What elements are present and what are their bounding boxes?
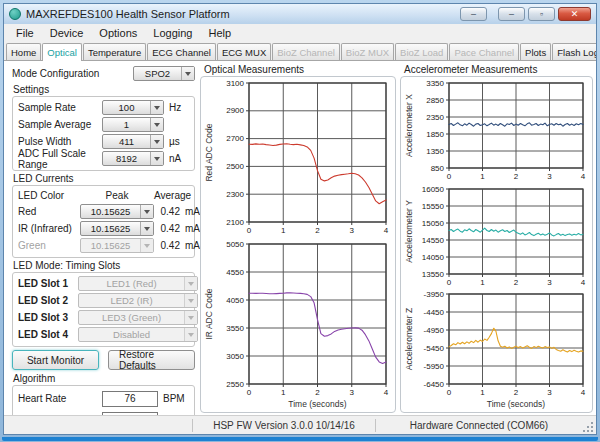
led-currents-group-title: LED Currents [13,173,195,184]
led-slot-2-label: LED Slot 2 [18,295,78,306]
tab-optical[interactable]: Optical [42,43,82,61]
tab-plots[interactable]: Plots [520,43,551,60]
svg-text:2500: 2500 [226,162,244,171]
tab-bioz-mux: BioZ MUX [341,43,394,60]
svg-text:-6450: -6450 [424,380,445,389]
settings-panel: Mode Configuration SPO2 Settings Sample … [7,63,197,413]
svg-text:3: 3 [547,172,552,181]
minimize-button[interactable]: – [498,7,525,21]
led-red-average: 0.42 [154,206,180,217]
window-frame: MAXREFDES100 Health Sensor Platform ––▫✕… [0,0,600,442]
peak-header: Peak [80,190,154,201]
start-monitor-button[interactable]: Start Monitor [12,350,99,370]
svg-text:4550: 4550 [226,268,244,277]
optical-panel: 21002300250027002900310001234Red ADC Cod… [200,76,396,413]
svg-text:3: 3 [547,278,552,287]
svg-text:2850: 2850 [426,96,444,105]
adc-full-scale-label: ADC Full Scale Range [18,148,102,170]
svg-text:0: 0 [247,226,252,235]
menu-help[interactable]: Help [200,26,239,40]
accelerometer-measurements-title: Accelerometer Measurements [404,64,593,75]
red-adc-chart: 21002300250027002900310001234Red ADC Cod… [203,78,393,236]
tab-bar: HomeOpticalTemperatureECG ChannelECG MUX… [4,41,596,61]
svg-text:2350: 2350 [426,113,444,122]
accel-z-chart: -6450-5950-5450-4950-4450-395001234Accel… [403,289,590,411]
charts-area: Optical Measurements 2100230025002700290… [200,63,593,413]
pulse-width-select[interactable]: 411 [102,134,164,149]
tab-ecg-channel[interactable]: ECG Channel [147,43,216,60]
hardware-connected-status: Hardware Connected (COM66) [376,416,582,434]
svg-text:2: 2 [315,388,320,397]
led-red-label: Red [18,206,80,217]
svg-text:2: 2 [315,226,320,235]
restore-defaults-button[interactable]: Restore Defaults [108,350,195,370]
svg-text:IR ADC Code: IR ADC Code [204,288,214,339]
menu-options[interactable]: Options [91,26,145,40]
led-slot-4-select: Disabled [78,327,198,342]
svg-text:3: 3 [350,226,355,235]
dropdown-arrow-icon [144,210,150,214]
dropdown-arrow-icon [188,282,194,286]
svg-text:3550: 3550 [226,324,244,333]
svg-text:3: 3 [350,388,355,397]
led-slot-4-label: LED Slot 4 [18,329,78,340]
menu-file[interactable]: File [8,26,42,40]
svg-text:Accelerometer Y: Accelerometer Y [404,199,414,262]
svg-text:3: 3 [547,388,552,397]
tab-home[interactable]: Home [6,43,41,60]
dropdown-arrow-icon [154,140,160,144]
sample-rate-select[interactable]: 100 [102,100,164,115]
svg-text:2100: 2100 [226,218,244,227]
window-extra-button[interactable]: – [460,7,487,21]
svg-text:2: 2 [514,172,519,181]
timing-slots-group: LED Slot 1 LED1 (Red) LED Slot 2 LED2 (I… [12,272,195,347]
tab-pace-channel: Pace Channel [449,43,519,60]
svg-text:2: 2 [514,278,519,287]
settings-group: Sample Rate 100 Hz Sample Average 1 [12,96,195,171]
svg-text:14550: 14550 [422,235,445,244]
heart-rate-value: 76 [102,391,158,407]
dropdown-arrow-icon [188,316,194,320]
dropdown-arrow-icon [188,299,194,303]
mode-configuration-select[interactable]: SPO2 [133,66,195,81]
action-buttons-row: Start Monitor Restore Defaults [12,350,195,370]
svg-text:2: 2 [514,388,519,397]
menu-logging[interactable]: Logging [145,26,200,40]
svg-text:0: 0 [447,388,452,397]
title-bar[interactable]: MAXREFDES100 Health Sensor Platform ––▫✕ [4,4,596,24]
led-currents-group: LED Color Peak Average Red 10.15625 0.42… [12,185,195,258]
led-red-peak-select[interactable]: 10.15625 [80,204,154,219]
optical-measurements-title: Optical Measurements [204,64,396,75]
dropdown-arrow-icon [154,157,160,161]
status-bar: HSP FW Version 3.0.0 10/14/16 Hardware C… [4,415,596,434]
dropdown-arrow-icon [154,106,160,110]
svg-text:-4450: -4450 [424,308,445,317]
sample-rate-label: Sample Rate [18,102,102,113]
maximize-button[interactable]: ▫ [528,7,555,21]
sample-average-select[interactable]: 1 [102,117,164,132]
menu-device[interactable]: Device [42,26,92,40]
dropdown-arrow-icon [144,227,150,231]
svg-text:15050: 15050 [422,218,445,227]
svg-text:-4950: -4950 [424,326,445,335]
adc-full-scale-select[interactable]: 8192 [102,151,164,166]
close-button[interactable]: ✕ [558,7,591,21]
svg-text:4: 4 [581,388,586,397]
svg-text:0: 0 [447,278,452,287]
pulse-width-unit: µs [169,136,189,147]
led-ir-peak-select[interactable]: 10.15625 [80,221,154,236]
app-window: MAXREFDES100 Health Sensor Platform ––▫✕… [3,3,597,435]
dropdown-arrow-icon [185,72,191,76]
resize-grip-icon[interactable] [582,422,594,434]
main-content: Mode Configuration SPO2 Settings Sample … [4,61,596,415]
tab-flash-log[interactable]: Flash Log [552,43,597,60]
svg-text:1: 1 [480,172,485,181]
svg-text:3100: 3100 [226,79,244,88]
mode-configuration-row: Mode Configuration SPO2 [12,65,195,82]
led-slot-1-label: LED Slot 1 [18,278,78,289]
mode-configuration-label: Mode Configuration [12,68,133,79]
svg-text:2300: 2300 [226,190,244,199]
tab-temperature[interactable]: Temperature [83,43,146,60]
svg-text:2900: 2900 [226,106,244,115]
tab-ecg-mux[interactable]: ECG MUX [217,43,271,60]
